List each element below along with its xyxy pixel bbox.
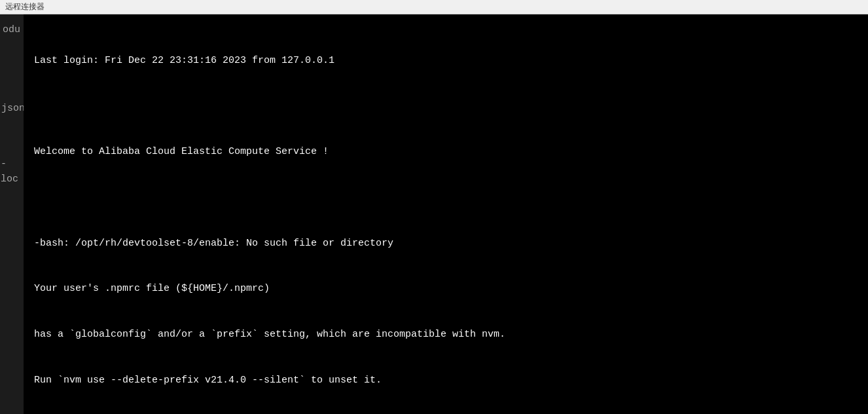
left-label-odu: odu	[0, 22, 24, 38]
terminal-line-2	[34, 98, 858, 113]
terminal-line-6: Your user's .npmrc file (${HOME}/.npmrc)	[34, 281, 858, 296]
title-bar-text: 远程连接器	[5, 1, 45, 12]
terminal-line-5: -bash: /opt/rh/devtoolset-8/enable: No s…	[34, 236, 858, 251]
terminal-body[interactable]: Last login: Fri Dec 22 23:31:16 2023 fro…	[24, 14, 868, 414]
left-label-empty6	[0, 132, 24, 148]
terminal-line-3: Welcome to Alibaba Cloud Elastic Compute…	[34, 144, 858, 159]
left-label-json: json	[0, 101, 24, 117]
left-label-empty4	[0, 85, 24, 101]
terminal-line-4	[34, 190, 858, 205]
terminal-line-7: has a `globalconfig` and/or a `prefix` s…	[34, 327, 858, 342]
title-bar: 远程连接器	[0, 0, 868, 14]
left-label-empty2	[0, 54, 24, 69]
left-label-empty1	[0, 38, 24, 54]
terminal-window: 远程连接器 odu json -loc Last login: Fri Dec …	[0, 0, 868, 414]
left-label-empty3	[0, 69, 24, 85]
left-label-empty5	[0, 117, 24, 132]
left-label-loc: -loc	[0, 164, 24, 179]
left-sidebar: odu json -loc	[0, 14, 24, 414]
terminal-line-1: Last login: Fri Dec 22 23:31:16 2023 fro…	[34, 53, 858, 68]
terminal-line-8: Run `nvm use --delete-prefix v21.4.0 --s…	[34, 373, 858, 388]
